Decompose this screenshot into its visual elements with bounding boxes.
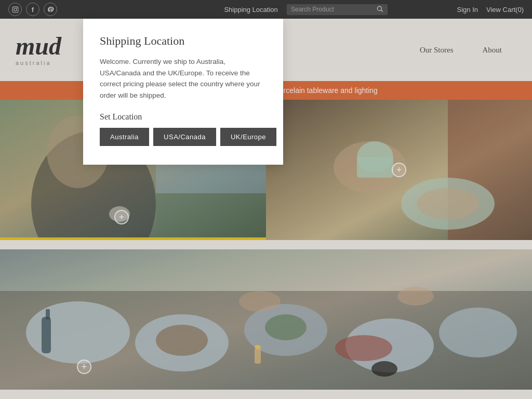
usa-canada-button[interactable]: USA/Canada <box>153 128 216 146</box>
australia-button[interactable]: Australia <box>100 128 149 146</box>
shipping-location-modal: Shipping Location Welcome. Currently we … <box>83 19 283 165</box>
modal-overlay[interactable]: Shipping Location Welcome. Currently we … <box>0 0 532 399</box>
location-buttons: Australia USA/Canada UK/Europe <box>100 128 267 146</box>
set-location-label: Set Location <box>100 112 267 122</box>
uk-europe-button[interactable]: UK/Europe <box>220 128 276 146</box>
modal-title: Shipping Location <box>100 34 267 48</box>
modal-description: Welcome. Currently we ship to Australia,… <box>100 56 267 101</box>
